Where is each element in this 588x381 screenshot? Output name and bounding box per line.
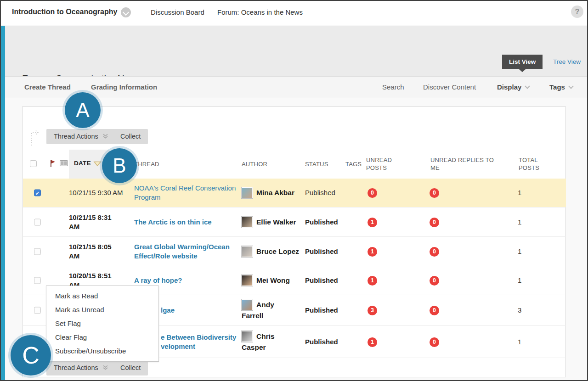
list-view-tab[interactable]: List View	[502, 55, 543, 69]
unread-replies-badge: 0	[430, 188, 439, 198]
thread-link[interactable]: The Arctic is on thin ice	[134, 218, 238, 227]
unread-replies-cell[interactable]: 0	[430, 247, 439, 257]
total-posts-cell: 1	[518, 276, 521, 285]
display-dropdown[interactable]: Display	[497, 83, 529, 91]
unread-replies-cell[interactable]: 0	[430, 337, 439, 347]
date-column-label: DATE	[74, 160, 91, 167]
menu-item-set-flag[interactable]: Set Flag	[46, 317, 158, 331]
unread-replies-cell[interactable]: 0	[430, 275, 439, 286]
unread-posts-cell[interactable]: 1	[368, 217, 377, 227]
thread-author: Mina Akbar	[242, 187, 302, 198]
unread-count-badge: 1	[368, 218, 377, 227]
select-all-checkbox[interactable]	[30, 160, 37, 167]
unread-posts-cell[interactable]: 1	[368, 275, 377, 286]
annotation-circle-c: C	[11, 335, 51, 375]
unread-posts-cell[interactable]: 1	[368, 247, 377, 257]
menu-item-mark-as-unread[interactable]: Mark as Unread	[46, 303, 158, 317]
search-button[interactable]: Search	[382, 83, 404, 91]
row-checkbox[interactable]	[34, 219, 41, 225]
thread-date: 10/21/15 9:30 AM	[69, 188, 128, 197]
unread-replies-badge: 0	[430, 276, 439, 286]
annotation-circle-a: A	[65, 92, 101, 128]
author-column-header[interactable]: AUTHOR	[242, 160, 267, 168]
row-checkbox[interactable]	[34, 190, 41, 196]
thread-actions-label: Thread Actions	[54, 133, 98, 140]
thread-author: Ellie Walker	[242, 217, 302, 228]
unread-replies-cell[interactable]: 0	[430, 305, 439, 315]
unread-replies-badge: 0	[430, 337, 439, 347]
read-status-column-icon[interactable]	[60, 160, 68, 166]
row-checkbox[interactable]	[34, 248, 41, 255]
total-posts-cell: 1	[518, 218, 521, 227]
chevron-down-icon	[525, 84, 530, 89]
tags-dropdown-label: Tags	[549, 83, 565, 91]
collect-button[interactable]: Collect	[113, 129, 148, 144]
author-name: Bruce Lopez	[256, 247, 299, 255]
unread-count-badge: 1	[368, 276, 377, 286]
thread-actions-button-bottom[interactable]: Thread Actions	[46, 360, 116, 375]
course-title[interactable]: Introduction to Oceanography	[12, 8, 117, 16]
thread-actions-button[interactable]: Thread Actions	[46, 129, 116, 144]
avatar	[242, 275, 253, 286]
status-column-header[interactable]: STATUS	[305, 160, 328, 168]
total-posts-column-header[interactable]: TOTAL POSTS	[519, 156, 544, 172]
unread-posts-cell[interactable]: 1	[368, 337, 377, 347]
menu-item-mark-as-read[interactable]: Mark as Read	[46, 289, 158, 303]
unread-posts-cell[interactable]: 3	[368, 305, 377, 315]
annotation-circle-b: B	[102, 148, 137, 183]
create-thread-button[interactable]: Create Thread	[24, 83, 71, 91]
discover-content-button[interactable]: Discover Content	[423, 83, 476, 91]
tags-column-header[interactable]: TAGS	[345, 160, 362, 168]
thread-link[interactable]: Great Global Warming/Ocean Effect/Role w…	[134, 242, 238, 261]
unread-replies-cell[interactable]: 0	[430, 188, 439, 198]
collect-label: Collect	[120, 133, 141, 140]
unread-count-badge: 1	[368, 337, 377, 347]
grading-information-button[interactable]: Grading Information	[91, 83, 157, 91]
table-row: 10/21/15 9:30 AM NOAA's Coral Reef Conse…	[23, 179, 566, 207]
row-checkbox[interactable]	[34, 277, 41, 284]
top-navigation-bar: Introduction to Oceanography Discussion …	[0, 0, 588, 25]
unread-replies-badge: 0	[430, 247, 439, 257]
double-chevron-down-icon	[102, 364, 108, 370]
author-name: Mina Akbar	[256, 189, 294, 196]
tree-view-tab[interactable]: Tree View	[553, 58, 581, 65]
total-posts-cell: 1	[518, 188, 521, 197]
avatar	[242, 187, 253, 198]
double-chevron-down-icon	[102, 133, 108, 139]
table-row: 10/21/15 8:05 AM Great Global Warming/Oc…	[23, 236, 566, 266]
accent-stripe	[1, 26, 5, 380]
avatar	[242, 299, 253, 310]
display-dropdown-label: Display	[497, 83, 521, 91]
unread-posts-column-header[interactable]: UNREAD POSTS	[366, 156, 403, 172]
flag-column-icon[interactable]	[49, 159, 56, 168]
course-menu-chevron-icon[interactable]	[121, 7, 131, 17]
unread-replies-badge: 0	[430, 306, 439, 315]
collect-label: Collect	[120, 364, 141, 371]
thread-author: Chris Casper	[242, 331, 302, 353]
thread-date: 10/21/15 8:31 AM	[69, 213, 128, 231]
unread-replies-column-header[interactable]: UNREAD REPLIES TO ME	[430, 156, 502, 172]
menu-item-clear-flag[interactable]: Clear Flag	[46, 331, 158, 344]
unread-count-badge: 3	[368, 306, 377, 315]
row-checkbox[interactable]	[34, 307, 41, 314]
avatar	[242, 246, 253, 257]
total-posts-cell: 3	[518, 306, 521, 315]
breadcrumb-discussion-board[interactable]: Discussion Board	[151, 8, 204, 16]
unread-posts-cell[interactable]: 0	[368, 188, 377, 198]
author-name: Ellie Walker	[256, 218, 296, 226]
menu-item-subscribe-unsubscribe[interactable]: Subscribe/Unsubscribe	[46, 344, 158, 358]
total-posts-cell: 1	[518, 337, 521, 347]
total-posts-cell: 1	[518, 247, 521, 256]
help-icon[interactable]: ?	[571, 6, 583, 18]
table-row: 10/21/15 8:31 AM The Arctic is on thin i…	[23, 207, 566, 236]
unread-replies-cell[interactable]: 0	[430, 217, 439, 227]
unread-count-badge: 1	[368, 247, 377, 257]
thread-column-header[interactable]: THREAD	[134, 160, 159, 168]
collect-button-bottom[interactable]: Collect	[113, 360, 148, 375]
thread-author: Andy Farrell	[242, 299, 302, 321]
page-header-band: List View Tree View Forum: Oceans in the…	[0, 26, 588, 76]
tags-dropdown[interactable]: Tags	[549, 83, 573, 91]
thread-link[interactable]: NOAA's Coral Reef Conservation Program	[134, 184, 238, 202]
select-all-arrow-icon	[29, 130, 41, 146]
thread-link[interactable]: A ray of hope?	[134, 276, 238, 285]
